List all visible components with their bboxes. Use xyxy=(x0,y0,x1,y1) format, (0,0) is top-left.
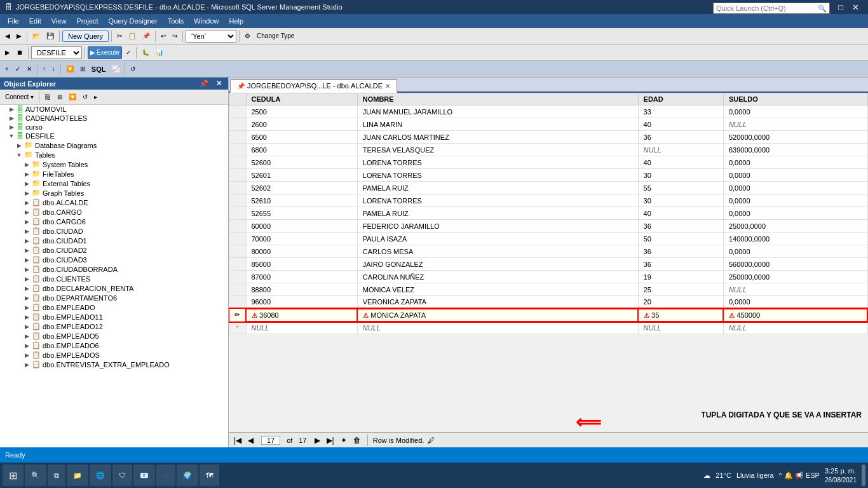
expand-icon[interactable]: ▶ xyxy=(23,200,31,206)
oe-item-dbo-ciudad3[interactable]: ▶📋dbo.CIUDAD3 xyxy=(0,255,228,264)
oe-item-dbo-clientes[interactable]: ▶📋dbo.CLIENTES xyxy=(0,274,228,283)
oe-item-curso[interactable]: ▶🗄curso xyxy=(0,123,228,132)
expand-icon[interactable]: ▶ xyxy=(23,304,31,311)
diagram-button[interactable]: 📈 xyxy=(109,63,122,76)
filter-button[interactable]: 🔽 xyxy=(64,63,76,76)
menu-window[interactable]: Window xyxy=(189,14,224,28)
oe-item-dbo-ciudad2[interactable]: ▶📋dbo.CIUDAD2 xyxy=(0,245,228,255)
cell-cedula[interactable]: 52601 xyxy=(246,169,357,182)
cell-sueldo[interactable]: 560000,0000 xyxy=(723,258,867,271)
editing-cell-cedula[interactable]: ⚠ 36080 xyxy=(246,309,357,322)
oe-item-dbo-departamento6[interactable]: ▶📋dbo.DEPARTAMENTO6 xyxy=(0,293,228,302)
edge-taskbar[interactable]: 🌍 xyxy=(177,464,198,486)
oe-item-desfile[interactable]: ▼🗄DESFILE xyxy=(0,132,228,140)
cell-edad[interactable]: 40 xyxy=(638,207,723,220)
close-oe-button[interactable]: ✕ xyxy=(214,79,224,88)
designer-btn3[interactable]: ✕ xyxy=(24,63,34,76)
save-button[interactable]: 💾 xyxy=(44,30,57,43)
cut-button[interactable]: ✂ xyxy=(114,30,125,43)
cell-sueldo[interactable]: 0,0000 xyxy=(723,207,867,220)
cell-sueldo[interactable]: 0,0000 xyxy=(723,105,867,118)
expand-icon[interactable]: ▼ xyxy=(8,133,15,139)
new-row-cell-sueldo[interactable]: NULL xyxy=(723,322,867,334)
editing-cell-sueldo[interactable]: ⚠ 450000 xyxy=(723,309,867,322)
cell-sueldo[interactable]: 250000,0000 xyxy=(723,271,867,283)
cell-sueldo[interactable]: 0,0000 xyxy=(723,156,867,169)
new-row-cell-edad[interactable]: NULL xyxy=(638,322,723,334)
cell-cedula[interactable]: 85000 xyxy=(246,258,357,271)
cell-cedula[interactable]: 52610 xyxy=(246,194,357,207)
oe-item-dbo-ciudad1[interactable]: ▶📋dbo.CIUDAD1 xyxy=(0,236,228,245)
expand-icon[interactable]: ▶ xyxy=(23,247,31,254)
delete-row-button[interactable]: 🗑 xyxy=(352,436,362,445)
first-page-button[interactable]: |◀ xyxy=(233,436,243,445)
oe-item-db-diagrams[interactable]: ▶📁Database Diagrams xyxy=(0,140,228,150)
new-row-button[interactable]: ✦ xyxy=(339,436,348,445)
oe-item-tables[interactable]: ▼📁Tables xyxy=(0,150,228,159)
cell-sueldo[interactable]: 25000,0000 xyxy=(723,220,867,233)
cell-sueldo[interactable]: 0,0000 xyxy=(723,194,867,207)
cell-cedula[interactable]: 96000 xyxy=(246,296,357,309)
cell-edad[interactable]: 50 xyxy=(638,233,723,245)
cell-nombre[interactable]: PAMELA RUIZ xyxy=(357,207,638,220)
expand-icon[interactable]: ▶ xyxy=(23,333,31,339)
oe-item-dbo-empleado[interactable]: ▶📋dbo.EMPLEADO xyxy=(0,302,228,312)
cell-edad[interactable]: 36 xyxy=(638,220,723,233)
cell-edad[interactable]: 19 xyxy=(638,271,723,283)
expand-icon[interactable]: ▶ xyxy=(15,142,23,149)
forward-button[interactable]: ▶ xyxy=(14,30,24,43)
oe-item-dbo-entrevista[interactable]: ▶📋dbo.ENTREVISTA_EXTRA_EMPLEADO xyxy=(0,360,228,369)
show-desktop-button[interactable] xyxy=(862,464,865,486)
maps-taskbar[interactable]: 🗺 xyxy=(200,464,219,486)
cell-edad[interactable]: 36 xyxy=(638,245,723,258)
oe-filter-icon[interactable]: 🔽 xyxy=(66,91,79,104)
expand-icon[interactable]: ▶ xyxy=(23,238,31,244)
cell-cedula[interactable]: 2600 xyxy=(246,118,357,131)
oe-item-dbo-empleado6[interactable]: ▶📋dbo.EMPLEADO6 xyxy=(0,341,228,350)
oe-more-button[interactable]: ▸ xyxy=(92,91,100,104)
sql-button[interactable]: SQL xyxy=(89,63,109,76)
menu-query-designer[interactable]: Query Designer xyxy=(104,14,163,28)
oe-item-dbo-empleados[interactable]: ▶📋dbo.EMPLEADOS xyxy=(0,350,228,360)
oe-item-graph-tables[interactable]: ▶📁Graph Tables xyxy=(0,188,228,198)
db-selector[interactable]: DESFILE xyxy=(31,46,82,59)
prev-page-button[interactable]: ◀ xyxy=(247,436,255,445)
mail-taskbar[interactable]: 📧 xyxy=(133,464,155,486)
cell-edad[interactable]: 25 xyxy=(638,283,723,296)
cell-nombre[interactable]: CARLOS MESA xyxy=(357,245,638,258)
cell-cedula[interactable]: 80000 xyxy=(246,245,357,258)
cell-cedula[interactable]: 60000 xyxy=(246,220,357,233)
expand-icon[interactable]: ▶ xyxy=(23,171,31,177)
refresh-button[interactable]: ↺ xyxy=(128,63,138,76)
cell-cedula[interactable]: 70000 xyxy=(246,233,357,245)
tb2-btn1[interactable]: ▶ xyxy=(3,46,13,59)
connect-button[interactable]: Connect ▾ xyxy=(3,91,36,104)
cell-sueldo[interactable]: 0,0000 xyxy=(723,245,867,258)
menu-view[interactable]: View xyxy=(46,14,72,28)
menu-edit[interactable]: Edit xyxy=(24,14,46,28)
cell-edad[interactable]: NULL xyxy=(638,144,723,156)
cell-cedula[interactable]: 6500 xyxy=(246,131,357,144)
cell-nombre[interactable]: LORENA TORRES xyxy=(357,194,638,207)
cell-nombre[interactable]: LORENA TORRES xyxy=(357,156,638,169)
cell-edad[interactable]: 55 xyxy=(638,182,723,194)
menu-file[interactable]: File xyxy=(3,14,24,28)
cell-sueldo[interactable]: 0,0000 xyxy=(723,169,867,182)
oe-item-automovil[interactable]: ▶🗄AUTOMOVIL xyxy=(0,105,228,114)
oe-item-cadenahoteles[interactable]: ▶🗄CADENAHOTELES xyxy=(0,114,228,123)
expand-icon[interactable]: ▶ xyxy=(23,276,31,282)
cell-sueldo[interactable]: NULL xyxy=(723,118,867,131)
expand-icon[interactable]: ▶ xyxy=(23,362,31,368)
cell-nombre[interactable]: FEDERICO JARAMILLO xyxy=(357,220,638,233)
cell-nombre[interactable]: JUAN MANUEL JARAMILLO xyxy=(357,105,638,118)
expand-icon[interactable]: ▼ xyxy=(15,152,23,158)
cell-nombre[interactable]: PAMELA RUIZ xyxy=(357,182,638,194)
open-button[interactable]: 📂 xyxy=(30,30,43,43)
cell-nombre[interactable]: JAIRO GONZALEZ xyxy=(357,258,638,271)
expand-icon[interactable]: ▶ xyxy=(23,180,31,187)
cell-edad[interactable]: 20 xyxy=(638,296,723,309)
menu-project[interactable]: Project xyxy=(71,14,103,28)
cell-cedula[interactable]: 87000 xyxy=(246,271,357,283)
cell-nombre[interactable]: LINA MARIN xyxy=(357,118,638,131)
active-tab[interactable]: 📌 JORGEBEDOYAP\SQ...LE - dbo.ALCALDE ✕ xyxy=(230,79,397,93)
